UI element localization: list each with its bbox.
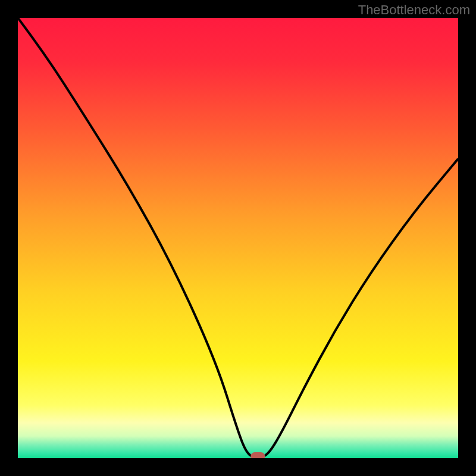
minimum-marker — [250, 452, 265, 458]
bottleneck-chart — [18, 18, 458, 458]
gradient-background — [18, 18, 458, 458]
attribution-text: TheBottleneck.com — [358, 2, 470, 18]
chart-svg — [18, 18, 458, 458]
